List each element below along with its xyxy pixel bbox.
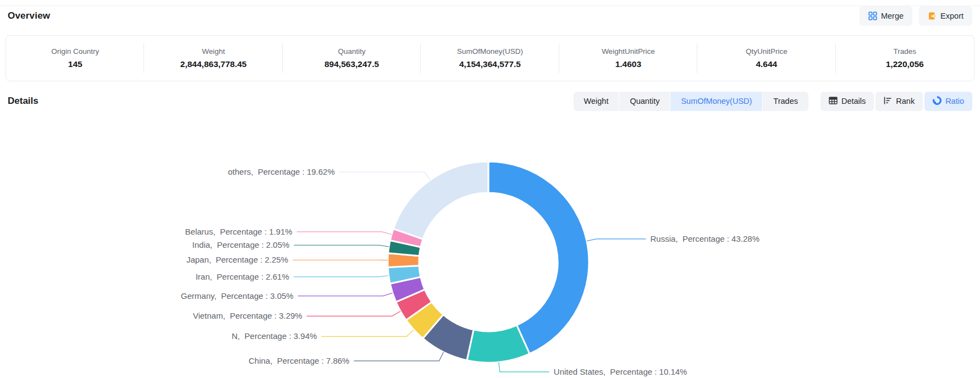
- tab-weight[interactable]: Weight: [574, 92, 619, 111]
- view-tabs: Details Rank: [821, 92, 972, 111]
- view-ratio-label: Ratio: [945, 97, 964, 105]
- label-line-others: [339, 172, 430, 180]
- label-line-iran: [294, 275, 389, 276]
- ratio-chart-area: Russia, Percentage : 43.28%United States…: [0, 111, 980, 378]
- stat-weight-unit-price: WeightUnitPrice 1.4603: [559, 36, 697, 81]
- pie-label-china: China, Percentage : 7.86%: [249, 356, 349, 365]
- pie-label-germany: Germany, Percentage : 3.05%: [181, 291, 294, 301]
- stat-value: 1,220,056: [886, 59, 924, 69]
- stat-label: Origin Country: [51, 47, 99, 55]
- view-rank-button[interactable]: Rank: [876, 92, 923, 111]
- label-line-vietnam: [307, 312, 401, 316]
- details-header: Details Weight Quantity SumOfMoney(USD) …: [8, 91, 972, 111]
- overview-header: Overview Merge: [0, 0, 980, 26]
- tab-quantity[interactable]: Quantity: [619, 92, 670, 111]
- stat-label: QtyUnitPrice: [746, 47, 788, 55]
- pie-label-russia: Russia, Percentage : 43.28%: [651, 234, 759, 243]
- stat-label: WeightUnitPrice: [602, 47, 655, 55]
- pie-label-vietnam: Vietnam, Percentage : 3.29%: [193, 311, 302, 320]
- ratio-pie-chart[interactable]: Russia, Percentage : 43.28%United States…: [0, 111, 980, 378]
- stat-label: Quantity: [338, 47, 365, 55]
- measure-tabs: Weight Quantity SumOfMoney(USD) Trades: [574, 92, 808, 111]
- pie-label-japan: Japan, Percentage : 2.25%: [186, 255, 288, 264]
- pie-label-india: India, Percentage : 2.05%: [192, 240, 290, 249]
- pie-label-belarus: Belarus, Percentage : 1.91%: [185, 227, 293, 236]
- pie-slice-russia[interactable]: [488, 162, 589, 354]
- stat-trades: Trades 1,220,056: [836, 36, 974, 81]
- stat-quantity: Quantity 894,563,247.5: [283, 36, 421, 81]
- stat-label: SumOfMoney(USD): [457, 47, 523, 55]
- stat-qty-unit-price: QtyUnitPrice 4.644: [697, 36, 835, 81]
- details-controls: Weight Quantity SumOfMoney(USD) Trades: [574, 92, 972, 111]
- view-details-label: Details: [841, 97, 866, 105]
- header-actions: Merge Export: [860, 6, 972, 26]
- stat-label: Weight: [202, 47, 225, 55]
- pie-slice-others[interactable]: [393, 162, 488, 239]
- label-line-united-states: [499, 362, 549, 372]
- export-button[interactable]: Export: [919, 6, 972, 26]
- merge-button[interactable]: Merge: [860, 6, 912, 26]
- pie-label-iran: Iran, Percentage : 2.61%: [196, 272, 289, 281]
- pie-label-united-states: United States, Percentage : 10.14%: [554, 367, 687, 376]
- overview-stats-card: Origin Country 145 Weight 2,844,863,778.…: [5, 35, 975, 81]
- tab-sum-of-money[interactable]: SumOfMoney(USD): [670, 92, 762, 111]
- pie-label-n: N, Percentage : 3.94%: [232, 331, 317, 341]
- label-line-belarus: [297, 232, 392, 235]
- overview-page: Overview Merge: [0, 0, 980, 378]
- label-line-russia: [587, 239, 646, 241]
- stat-value: 4.644: [756, 59, 777, 69]
- view-ratio-button[interactable]: Ratio: [924, 92, 972, 111]
- stat-value: 145: [68, 59, 82, 69]
- export-file-icon: [928, 12, 937, 20]
- rank-bars-icon: [884, 97, 892, 106]
- stat-weight: Weight 2,844,863,778.45: [144, 36, 282, 81]
- stat-origin-country: Origin Country 145: [6, 36, 144, 81]
- merge-grid-icon: [868, 12, 877, 20]
- table-icon: [829, 97, 838, 106]
- view-rank-label: Rank: [896, 97, 915, 105]
- page-title: Overview: [8, 10, 50, 21]
- view-details-button[interactable]: Details: [821, 92, 874, 111]
- label-line-n: [321, 330, 414, 336]
- label-line-germany: [298, 293, 393, 296]
- stat-value: 4,154,364,577.5: [459, 59, 521, 69]
- tab-trades[interactable]: Trades: [763, 92, 808, 111]
- donut-chart-icon: [933, 96, 942, 107]
- label-line-china: [354, 352, 443, 361]
- stat-label: Trades: [893, 47, 916, 55]
- export-button-label: Export: [940, 12, 964, 20]
- stat-value: 1.4603: [615, 59, 641, 69]
- stat-value: 894,563,247.5: [324, 59, 379, 69]
- stat-value: 2,844,863,778.45: [180, 59, 247, 69]
- label-line-india: [294, 245, 389, 247]
- details-title: Details: [8, 96, 38, 107]
- merge-button-label: Merge: [881, 12, 904, 20]
- stat-sum-of-money: SumOfMoney(USD) 4,154,364,577.5: [421, 36, 559, 81]
- pie-label-others: others, Percentage : 19.62%: [228, 167, 335, 176]
